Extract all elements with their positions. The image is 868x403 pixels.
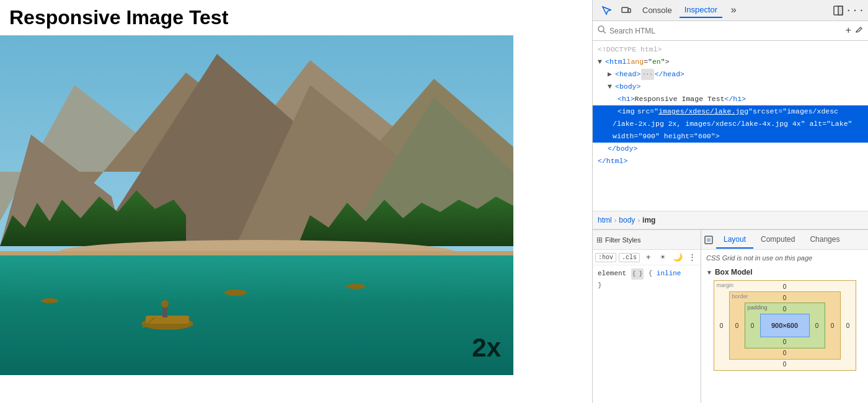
html-line-html-close[interactable]: </html> [593, 155, 868, 167]
box-model-toggle[interactable]: ▼ [706, 269, 712, 276]
box-model-title: Box Model [715, 268, 753, 277]
h1-close-tag: </h1> [725, 94, 746, 105]
html-toggle[interactable]: ▼ [598, 56, 605, 68]
svg-rect-26 [838, 6, 843, 15]
html-line-body[interactable]: ▼ <body> [593, 81, 868, 93]
html-line-head[interactable]: ▶ <head> ··· </head> [593, 68, 868, 81]
tab-layout[interactable]: Layout [716, 231, 753, 249]
content-box: 900×600 [760, 314, 810, 337]
svg-point-22 [41, 298, 58, 303]
devtools-toolbar: Console Inspector » ··· [593, 0, 868, 21]
responsive-design-icon[interactable] [618, 2, 635, 19]
pseudo-cls-btn[interactable]: .cls [619, 253, 640, 262]
filter-icon: ⊞ [596, 236, 603, 244]
padding-label: padding [748, 304, 768, 311]
img-src-value: images/xdesc/lake.jpg [658, 106, 748, 117]
html-line-img[interactable]: <img src="images/xdesc/lake.jpg" srcset=… [593, 105, 868, 118]
body-toggle[interactable]: ▼ [608, 81, 615, 92]
body-tag: <body> [615, 81, 640, 92]
search-input[interactable] [609, 27, 841, 35]
more-tabs-icon[interactable]: » [725, 2, 742, 19]
bottom-panel: ⊞ Filter Styles :hov .cls + ☀ 🌙 ⋮ elemen… [593, 229, 868, 403]
breadcrumb-sep-2: › [637, 216, 640, 224]
css-grid-notice: CSS Grid is not in use on this page [706, 254, 863, 263]
box-model-header: ▼ Box Model [706, 268, 863, 277]
svg-point-20 [224, 290, 247, 296]
page-content: Responsive Image Test [0, 0, 592, 403]
breadcrumb-html[interactable]: html [598, 216, 612, 224]
doctype-text: <!DOCTYPE html> [598, 44, 662, 55]
edit-icon[interactable] [855, 25, 863, 36]
dark-mode-icon[interactable]: 🌙 [671, 251, 683, 264]
breadcrumb-img[interactable]: img [642, 216, 655, 224]
styles-toolbar: ⊞ Filter Styles [593, 230, 701, 250]
html-line-doctype[interactable]: <!DOCTYPE html> [593, 43, 868, 56]
svg-rect-24 [628, 9, 631, 12]
head-collapsed-indicator: ··· [641, 69, 653, 80]
img-attr-src-name: src=" [637, 106, 659, 117]
devtools-panel: Console Inspector » ··· + [592, 0, 868, 403]
html-line-body-close[interactable]: </body> [593, 143, 868, 155]
html-line-html[interactable]: ▼ <html lang="en"> [593, 56, 868, 68]
border-label: border [732, 293, 748, 299]
svg-point-18 [161, 300, 169, 308]
box-model-section: ▼ Box Model margin 0 0 border 0 [706, 268, 863, 371]
page-title: Responsive Image Test [0, 0, 592, 35]
layout-tabs: Layout Computed Changes [701, 230, 868, 250]
page-image: 2x [0, 35, 513, 375]
breadcrumb-sep-1: › [614, 216, 617, 224]
border-box: border 0 0 padding 0 0 90 [729, 291, 841, 360]
style-selector: element [598, 270, 626, 277]
style-prop-display: inline [657, 270, 681, 277]
svg-line-28 [603, 31, 606, 33]
style-rule-close: } [598, 280, 696, 291]
mountain-svg [0, 35, 513, 375]
head-close-tag: </head> [655, 69, 684, 80]
svg-point-21 [346, 284, 366, 289]
watermark-2x: 2x [472, 333, 501, 363]
svg-point-27 [598, 26, 604, 32]
breadcrumb-body[interactable]: body [619, 216, 635, 224]
mountain-scene [0, 35, 513, 375]
img-tag-name: img [622, 106, 635, 117]
html-line-img-cont2[interactable]: width="900" height="600"> [593, 130, 868, 143]
add-style-icon[interactable]: + [642, 251, 654, 264]
svg-rect-14 [0, 255, 513, 375]
html-viewer[interactable]: <!DOCTYPE html> ▼ <html lang="en"> ▶ <he… [593, 41, 868, 211]
tab-console[interactable]: Console [637, 3, 677, 17]
styles-pseudo-row: :hov .cls + ☀ 🌙 ⋮ [593, 250, 701, 265]
add-rule-icon[interactable]: + [845, 25, 851, 37]
head-toggle[interactable]: ▶ [608, 69, 615, 80]
devtools-search-bar: + [593, 21, 868, 41]
margin-label: margin [717, 282, 734, 288]
margin-sides-row: 0 border 0 0 padding 0 [717, 291, 853, 360]
tab-inspector[interactable]: Inspector [680, 2, 722, 18]
margin-top-value: 0 [717, 283, 853, 290]
html-line-img-cont1[interactable]: /lake-2x.jpg 2x, images/xdesc/lake-4x.jp… [593, 118, 868, 130]
padding-sides-row: 0 900×600 0 [748, 314, 822, 337]
body-close-tag: </body> [608, 143, 637, 154]
styles-content: element { } { inline } [593, 265, 701, 403]
html-close-tag: </html> [598, 156, 627, 167]
h1-tag: <h1> [618, 94, 635, 105]
tab-changes[interactable]: Changes [802, 231, 847, 249]
tab-computed[interactable]: Computed [753, 231, 802, 249]
margin-bottom-value: 0 [717, 361, 853, 368]
border-left-value: 0 [732, 322, 742, 329]
light-mode-icon[interactable]: ☀ [657, 251, 669, 264]
box-model-tab-icon[interactable] [702, 234, 715, 246]
filter-styles-label: Filter Styles [605, 236, 640, 244]
more-styles-icon[interactable]: ⋮ [686, 251, 698, 264]
box-model-outer: margin 0 0 border 0 0 paddi [714, 280, 856, 371]
more-options-icon[interactable]: ··· [848, 3, 863, 18]
html-line-h1[interactable]: <h1> Responsive Image Test </h1> [593, 93, 868, 105]
svg-rect-23 [622, 7, 628, 12]
margin-left-value: 0 [717, 322, 727, 329]
pseudo-hov-btn[interactable]: :hov [595, 253, 616, 262]
layout-panel: Layout Computed Changes CSS Grid is not … [701, 230, 868, 403]
dock-icon[interactable] [831, 3, 846, 18]
inspector-picker-icon[interactable] [598, 2, 615, 19]
head-tag: <head> [615, 69, 640, 80]
html-lang-value: en [652, 56, 661, 68]
style-rule-element: element { } { inline [598, 268, 696, 280]
